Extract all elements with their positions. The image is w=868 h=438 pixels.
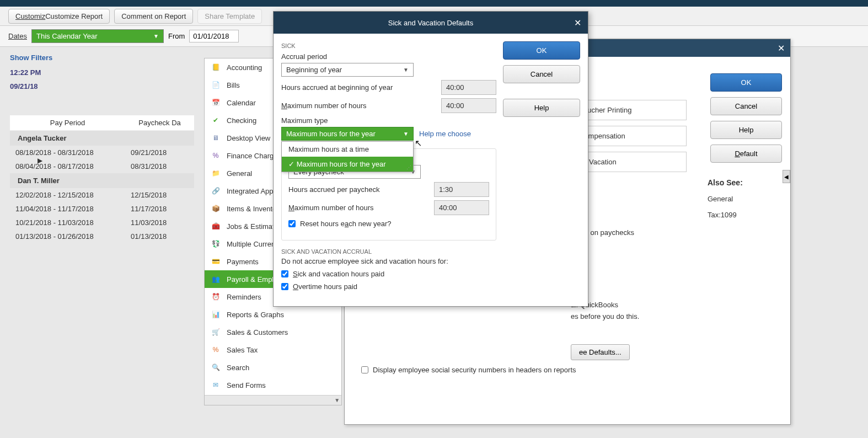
from-date-input[interactable] [189, 30, 239, 42]
dropdown-option-at-a-time[interactable]: Maximum hours at a time [282, 142, 413, 157]
vac-max-hours-label: Maximum number of hours [288, 204, 427, 212]
sidebar-icon: 🔍 [210, 362, 221, 373]
display-ssn-checkbox[interactable] [361, 366, 368, 373]
frag-text-3: es before you do this. [571, 311, 687, 323]
hours-begin-label: Hours accrued at beginning of year [281, 83, 435, 92]
sidebar-item-label: Payments [227, 258, 259, 266]
sidebar-icon: % [210, 150, 221, 161]
table-row[interactable]: 12/02/2018 - 12/15/201812/15/2018 [10, 188, 194, 202]
sick-vacation-dialog: Sick and Vacation Defaults ✕ SICK Accrua… [273, 11, 588, 307]
sidebar-item-label: Accounting [227, 63, 262, 72]
display-ssn-label: Display employee social security numbers… [373, 366, 576, 374]
group-row[interactable]: Angela Tucker [10, 131, 194, 146]
sidebar-icon: 💱 [210, 238, 221, 249]
ok-button[interactable]: OK [503, 41, 580, 60]
sidebar-item[interactable]: 📊Reports & Graphs [205, 306, 341, 323]
employee-defaults-button[interactable]: ee Defaults... [571, 344, 630, 360]
date-range-select[interactable]: This Calendar Year▼ [31, 29, 164, 43]
max-hours-input[interactable] [441, 98, 496, 113]
dialog-title: Sick and Vacation Defaults [388, 19, 473, 27]
sidebar-item[interactable]: ✉Send Forms [205, 376, 341, 394]
close-icon[interactable]: ✕ [778, 43, 785, 54]
reset-hours-label: Reset hours each new year? [300, 220, 392, 228]
table-row[interactable]: 11/04/2018 - 11/17/201811/17/2018 [10, 202, 194, 216]
dropdown-option-for-year[interactable]: ✓ Maximum hours for the year [282, 157, 413, 172]
sidebar-icon: 📊 [210, 309, 221, 320]
sidebar-item-label: Finance Charge [227, 152, 278, 160]
max-hours-label: Maximum number of hours [281, 102, 435, 110]
report-area: Show Filters 12:22 PM 09/21/18 Pay Perio… [0, 47, 204, 250]
sidebar-item[interactable]: %Sales Tax [205, 341, 341, 359]
sick-vac-paid-label: Sick and vacation hours paid [293, 270, 384, 278]
scrollbar-handle[interactable]: ▼ [205, 395, 341, 405]
ok-button[interactable]: OK [710, 73, 782, 92]
col-pay-period[interactable]: Pay Period [10, 115, 125, 131]
also-general-link[interactable]: General [708, 195, 779, 203]
customize-report-button[interactable]: CustomizCustomize Report [8, 9, 110, 24]
sidebar-icon: 📒 [210, 62, 221, 73]
sidebar-icon: ✔ [210, 115, 221, 126]
sick-vac-paid-checkbox[interactable] [281, 270, 288, 277]
sidebar-item-label: General [227, 169, 252, 178]
sidebar-icon: 📅 [210, 97, 221, 108]
also-tax-link[interactable]: Tax:1099 [708, 211, 779, 219]
sidebar-item-label: Search [227, 364, 249, 372]
help-button[interactable]: Help [710, 121, 782, 139]
sidebar-item-label: Bills [227, 81, 240, 89]
sidebar-icon: ⏰ [210, 291, 221, 302]
report-date: 09/21/18 [10, 80, 194, 94]
col-paycheck-date[interactable]: Paycheck Da [125, 115, 194, 131]
sidebar-item-label: Sales & Customers [227, 328, 288, 336]
max-type-label: Maximum type [281, 116, 496, 125]
sidebar-item-label: Sales Tax [227, 346, 258, 354]
sidebar-icon: 🧰 [210, 221, 221, 232]
current-row-marker: ▶ [37, 157, 42, 164]
help-me-choose-link[interactable]: Help me choose [419, 130, 471, 138]
hours-begin-input[interactable] [441, 80, 496, 95]
from-label: From [168, 32, 185, 40]
sidebar-icon: 🔗 [210, 185, 221, 196]
table-row[interactable]: 10/21/2018 - 11/03/201811/03/2018 [10, 216, 194, 229]
sidebar-item-label: Desktop View [227, 134, 270, 142]
paycheck-table: Pay Period Paycheck Da Angela Tucker08/1… [10, 115, 194, 243]
show-filters-link[interactable]: Show Filters [10, 54, 194, 62]
comment-report-button[interactable]: Comment on Report [114, 9, 193, 24]
sidebar-icon: 🖥 [210, 132, 221, 143]
sidebar-item-label: Checking [227, 116, 256, 125]
sidebar-icon: ✉ [210, 380, 221, 391]
sick-section-header: SICK [281, 42, 496, 49]
cancel-button[interactable]: Cancel [710, 97, 782, 115]
dates-label: Dates [8, 32, 27, 40]
sick-accrual-label: Accrual period [281, 52, 496, 61]
sidebar-icon: 📦 [210, 203, 221, 214]
max-type-select[interactable]: Maximum hours for the year▼ [281, 127, 414, 141]
sidebar-icon: 📄 [210, 79, 221, 90]
vac-max-hours-input[interactable] [434, 200, 489, 215]
sidebar-item-label: Send Forms [227, 381, 266, 389]
sidebar-icon: 💳 [210, 256, 221, 267]
close-icon[interactable]: ✕ [574, 18, 581, 28]
per-pay-label: Hours accrued per paycheck [288, 185, 427, 194]
cancel-button[interactable]: Cancel [503, 65, 580, 83]
sidebar-item[interactable]: 🛒Sales & Customers [205, 323, 341, 341]
accrual-section-header: SICK AND VACATION ACCRUAL [281, 248, 496, 255]
expand-handle-icon[interactable]: ◀ [783, 170, 790, 183]
resize-handle-icon[interactable]: ⋰ [406, 165, 412, 170]
help-button[interactable]: Help [503, 99, 580, 117]
overtime-paid-label: Overtime hours paid [293, 282, 357, 291]
sidebar-item-label: Reports & Graphs [227, 311, 284, 319]
sidebar-item-label: Calendar [227, 99, 256, 107]
table-row[interactable]: 01/13/2018 - 01/26/201801/13/2018 [10, 229, 194, 243]
sick-accrual-select[interactable]: Beginning of year▼ [281, 63, 414, 77]
reset-hours-checkbox[interactable] [288, 220, 296, 227]
sidebar-item[interactable]: 🔍Search [205, 359, 341, 376]
sidebar-item-label: Reminders [227, 293, 261, 301]
group-row[interactable]: Dan T. Miller [10, 173, 194, 188]
per-pay-input[interactable] [434, 182, 489, 197]
sidebar-icon: 👥 [210, 274, 221, 285]
report-time: 12:22 PM [10, 66, 194, 80]
max-type-dropdown: Maximum hours at a time ✓ Maximum hours … [281, 141, 414, 172]
overtime-paid-checkbox[interactable] [281, 283, 288, 290]
default-button[interactable]: Default [710, 145, 782, 163]
sidebar-icon: % [210, 344, 221, 355]
